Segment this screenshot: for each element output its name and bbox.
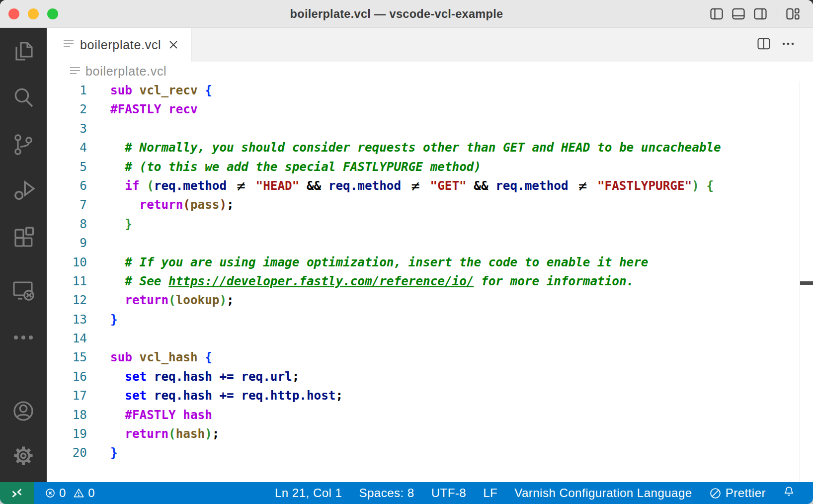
code-line: 4 # Normally, you should consider reques… bbox=[47, 138, 813, 157]
line-number: 5 bbox=[47, 158, 87, 176]
line-number: 10 bbox=[47, 253, 87, 272]
status-language-mode[interactable]: Varnish Configuration Language bbox=[514, 486, 692, 500]
status-encoding[interactable]: UTF-8 bbox=[431, 486, 467, 500]
code-line-text: return(hash); bbox=[110, 424, 219, 443]
more-views-icon[interactable] bbox=[11, 326, 35, 349]
titlebar-divider bbox=[777, 7, 777, 21]
code-line: 13} bbox=[47, 310, 813, 329]
status-indentation[interactable]: Spaces: 8 bbox=[359, 486, 414, 500]
tab-bar: boilerplate.vcl bbox=[47, 28, 813, 62]
toggle-panel-icon[interactable] bbox=[732, 8, 745, 20]
code-line: 6 if (req.method ≠ "HEAD" && req.method … bbox=[47, 176, 813, 195]
code-line-text: # See https://developer.fastly.com/refer… bbox=[110, 272, 634, 291]
remote-explorer-icon[interactable] bbox=[11, 279, 35, 303]
error-icon bbox=[45, 488, 56, 499]
code-editor[interactable]: 1sub vcl_recv {2#FASTLY recv34 # Normall… bbox=[47, 81, 813, 482]
vscode-window: boilerplate.vcl — vscode-vcl-example bbox=[0, 0, 813, 504]
tab-boilerplate-vcl[interactable]: boilerplate.vcl bbox=[47, 28, 192, 62]
code-line-text: # If you are using image optimization, i… bbox=[110, 253, 648, 272]
line-number: 2 bbox=[47, 100, 87, 119]
status-cursor-position[interactable]: Ln 21, Col 1 bbox=[275, 486, 342, 500]
code-line: 15sub vcl_hash { bbox=[47, 348, 813, 367]
status-bar-right: Ln 21, Col 1Spaces: 8UTF-8LFVarnish Conf… bbox=[275, 486, 813, 501]
customize-layout-icon[interactable] bbox=[786, 8, 800, 20]
overview-ruler-cursor-mark bbox=[800, 281, 813, 285]
code-line: 8 } bbox=[47, 215, 813, 234]
code-line-text: # (to this we add the special FASTLYPURG… bbox=[110, 158, 481, 176]
window-title: boilerplate.vcl — vscode-vcl-example bbox=[0, 0, 813, 28]
line-number: 20 bbox=[47, 443, 87, 462]
file-icon bbox=[63, 39, 74, 51]
code-line-text: } bbox=[110, 310, 118, 329]
line-number: 4 bbox=[47, 138, 87, 157]
code-line: 11 # See https://developer.fastly.com/re… bbox=[47, 272, 813, 291]
toggle-primary-sidebar-icon[interactable] bbox=[710, 8, 723, 20]
code-line-text: return(lookup); bbox=[110, 291, 234, 310]
line-number: 6 bbox=[47, 176, 87, 195]
line-number: 11 bbox=[47, 272, 87, 291]
line-number: 13 bbox=[47, 310, 87, 329]
run-debug-icon[interactable] bbox=[11, 179, 35, 203]
code-line-text: # Normally, you should consider requests… bbox=[110, 138, 721, 157]
line-number: 7 bbox=[47, 195, 87, 214]
tab-label: boilerplate.vcl bbox=[80, 38, 161, 52]
code-line: 19 return(hash); bbox=[47, 424, 813, 443]
line-number: 9 bbox=[47, 234, 87, 252]
extensions-icon[interactable] bbox=[11, 226, 35, 250]
editor-actions bbox=[757, 28, 813, 62]
explorer-icon[interactable] bbox=[11, 39, 35, 63]
account-icon[interactable] bbox=[11, 399, 35, 423]
prettier-icon bbox=[709, 487, 722, 500]
code-line: 14 bbox=[47, 329, 813, 348]
problems-status[interactable]: 0 0 bbox=[45, 486, 95, 500]
remote-indicator[interactable] bbox=[0, 482, 34, 504]
code-line: 12 return(lookup); bbox=[47, 291, 813, 310]
breadcrumb-item[interactable]: boilerplate.vcl bbox=[85, 64, 166, 79]
line-number: 1 bbox=[47, 81, 87, 100]
line-number: 12 bbox=[47, 291, 87, 310]
activity-bar bbox=[0, 28, 47, 482]
more-actions-icon[interactable] bbox=[781, 38, 795, 52]
code-line-text: if (req.method ≠ "HEAD" && req.method ≠ … bbox=[110, 176, 714, 195]
line-number: 19 bbox=[47, 424, 87, 443]
editor-group: boilerplate.vcl b bbox=[47, 28, 813, 482]
status-bar: 0 0 Ln 21, Col 1Spaces: 8UTF-8LFVarnish … bbox=[0, 482, 813, 504]
settings-gear-icon[interactable] bbox=[11, 444, 35, 468]
line-number: 8 bbox=[47, 215, 87, 234]
breadcrumb-file-icon bbox=[70, 66, 81, 78]
line-number: 15 bbox=[47, 348, 87, 367]
status-formatter-prettier[interactable]: Prettier bbox=[709, 486, 766, 500]
line-number: 14 bbox=[47, 329, 87, 348]
code-line: 5 # (to this we add the special FASTLYPU… bbox=[47, 158, 813, 176]
titlebar-actions bbox=[701, 0, 800, 28]
code-line-text: sub vcl_hash { bbox=[110, 348, 212, 367]
code-line: 20} bbox=[47, 443, 813, 462]
code-line: 7 return(pass); bbox=[47, 195, 813, 214]
status-eol[interactable]: LF bbox=[483, 486, 497, 500]
search-icon[interactable] bbox=[11, 86, 35, 110]
source-control-icon[interactable] bbox=[11, 133, 35, 157]
code-line-text: #FASTLY hash bbox=[110, 406, 212, 424]
code-line-text: } bbox=[110, 215, 132, 234]
code-line: 10 # If you are using image optimization… bbox=[47, 253, 813, 272]
titlebar: boilerplate.vcl — vscode-vcl-example bbox=[0, 0, 813, 28]
code-line-text: set req.hash += req.http.host; bbox=[110, 386, 343, 405]
line-number: 3 bbox=[47, 119, 87, 138]
code-line-text: return(pass); bbox=[110, 195, 234, 214]
code-line: 2#FASTLY recv bbox=[47, 100, 813, 119]
code-line: 9 bbox=[47, 234, 813, 252]
tab-close-icon[interactable] bbox=[168, 39, 179, 50]
toggle-secondary-sidebar-icon[interactable] bbox=[754, 8, 767, 20]
code-line-text: } bbox=[110, 443, 118, 462]
code-line-text: #FASTLY recv bbox=[110, 100, 198, 119]
overview-ruler[interactable] bbox=[800, 81, 813, 482]
line-number: 17 bbox=[47, 386, 87, 405]
error-count: 0 bbox=[59, 486, 66, 500]
code-line-text: set req.hash += req.url; bbox=[110, 367, 299, 386]
warning-icon bbox=[73, 488, 84, 499]
split-editor-icon[interactable] bbox=[757, 38, 770, 52]
line-number: 16 bbox=[47, 367, 87, 386]
code-line: 17 set req.hash += req.http.host; bbox=[47, 386, 813, 405]
notifications-bell-icon[interactable] bbox=[783, 486, 795, 501]
breadcrumb[interactable]: boilerplate.vcl bbox=[47, 62, 813, 81]
